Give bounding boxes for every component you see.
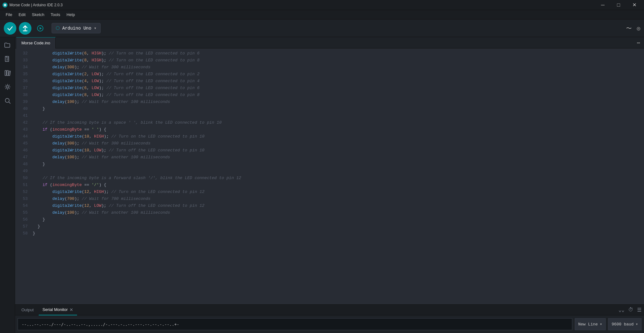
code-line: 56 } bbox=[15, 216, 644, 223]
panel-tab-serial-monitor[interactable]: Serial Monitor ✕ bbox=[39, 305, 77, 315]
tab-bar: Morse Code.ino ⋯ bbox=[15, 37, 644, 48]
code-line: 36 digitalWrite(4, LOW); // Turn off the… bbox=[15, 77, 644, 84]
activity-bar bbox=[0, 37, 15, 333]
panel-right-icons: ⌄⌄ ⏱ ☰ bbox=[619, 307, 641, 313]
code-line: 46 digitalWrite(10, LOW); // Turn off th… bbox=[15, 147, 644, 154]
svg-point-11 bbox=[6, 86, 8, 88]
close-button[interactable]: ✕ bbox=[627, 0, 641, 10]
panel-clock-icon[interactable]: ⏱ bbox=[628, 307, 633, 313]
maximize-button[interactable]: □ bbox=[611, 0, 626, 10]
serial-monitor-close-button[interactable]: ✕ bbox=[69, 307, 73, 312]
code-editor[interactable]: 32 digitalWrite(6, HIGH); // Turn on the… bbox=[15, 48, 644, 304]
code-line: 54 digitalWrite(12, LOW); // Turn off th… bbox=[15, 202, 644, 209]
code-line: 49 bbox=[15, 167, 644, 174]
serial-input[interactable] bbox=[18, 318, 572, 330]
tab-more-button[interactable]: ⋯ bbox=[634, 39, 643, 46]
code-line: 57 } bbox=[15, 223, 644, 230]
panel-tab-output[interactable]: Output bbox=[18, 305, 37, 315]
tab-morse-code[interactable]: Morse Code.ino bbox=[16, 37, 56, 48]
menu-tools[interactable]: Tools bbox=[47, 11, 63, 18]
code-line: 45 delay(300); // Wait for 300 milliseco… bbox=[15, 140, 644, 147]
code-line: 35 digitalWrite(2, LOW); // Turn off the… bbox=[15, 71, 644, 77]
panel-collapse-icon[interactable]: ⌄⌄ bbox=[619, 307, 625, 313]
svg-rect-10 bbox=[8, 71, 10, 76]
code-line: 33 digitalWrite(8, HIGH); // Turn on the… bbox=[15, 57, 644, 64]
code-line: 42 // If the incoming byte is a space ' … bbox=[15, 119, 644, 126]
menu-edit[interactable]: Edit bbox=[15, 11, 29, 18]
editor-area: Morse Code.ino ⋯ 32 digitalWrite(6, HIGH… bbox=[15, 37, 644, 333]
code-line: 58 } bbox=[15, 230, 644, 237]
code-line: 39 delay(100); // Wait for another 100 m… bbox=[15, 98, 644, 105]
menu-bar: File Edit Sketch Tools Help bbox=[0, 10, 644, 20]
minimize-button[interactable]: ─ bbox=[596, 0, 610, 10]
panel-tabs: Output Serial Monitor ✕ ⌄⌄ ⏱ ☰ bbox=[15, 305, 644, 315]
check-icon bbox=[7, 25, 13, 31]
app-title: Morse Code | Arduino IDE 2.0.3 bbox=[9, 3, 63, 7]
toolbar-right: 〜 ◎ bbox=[626, 25, 640, 32]
code-line: 50 // If the incoming byte is a forward … bbox=[15, 174, 644, 181]
new-line-dropdown[interactable]: New Line ▾ bbox=[575, 318, 606, 330]
serial-plotter-icon[interactable]: 〜 bbox=[626, 25, 632, 32]
sidebar-item-library[interactable] bbox=[2, 67, 13, 79]
verify-button[interactable] bbox=[4, 22, 16, 35]
debug-run-icon bbox=[37, 25, 43, 31]
sidebar-item-debug[interactable] bbox=[2, 81, 13, 93]
svg-rect-8 bbox=[5, 71, 6, 76]
code-line: 38 digitalWrite(8, LOW); // Turn off the… bbox=[15, 91, 644, 98]
board-name: Arduino Uno bbox=[62, 26, 91, 31]
code-line: 51 if (incomingByte == '/') { bbox=[15, 181, 644, 188]
panel-content: New Line ▾ 9600 baud ▾ bbox=[15, 315, 644, 333]
panel-menu-icon[interactable]: ☰ bbox=[637, 307, 641, 313]
code-line: 52 digitalWrite(12, HIGH); // Turn on th… bbox=[15, 188, 644, 195]
svg-rect-9 bbox=[7, 71, 8, 76]
board-dropdown-arrow: ▾ bbox=[94, 25, 96, 31]
code-line: 43 if (incomingByte == ' ') { bbox=[15, 126, 644, 133]
code-lines: 32 digitalWrite(6, HIGH); // Turn on the… bbox=[15, 48, 644, 238]
code-line: 48 } bbox=[15, 161, 644, 167]
window-controls: ─ □ ✕ bbox=[596, 0, 641, 10]
app-icon bbox=[3, 3, 8, 8]
svg-point-12 bbox=[5, 99, 9, 103]
svg-marker-4 bbox=[40, 27, 42, 30]
menu-help[interactable]: Help bbox=[63, 11, 78, 18]
serial-monitor-icon[interactable]: ◎ bbox=[637, 25, 640, 32]
svg-line-13 bbox=[9, 102, 10, 104]
code-line: 32 digitalWrite(6, HIGH); // Turn on the… bbox=[15, 50, 644, 57]
menu-sketch[interactable]: Sketch bbox=[29, 11, 47, 18]
sidebar-item-files[interactable] bbox=[2, 54, 13, 65]
baud-dropdown-arrow: ▾ bbox=[636, 322, 638, 327]
main-content: Morse Code.ino ⋯ 32 digitalWrite(6, HIGH… bbox=[0, 37, 644, 333]
title-bar: Morse Code | Arduino IDE 2.0.3 ─ □ ✕ bbox=[0, 0, 644, 10]
code-line: 34 delay(300); // Wait for 300 milliseco… bbox=[15, 64, 644, 71]
code-line: 40 } bbox=[15, 105, 644, 112]
menu-file[interactable]: File bbox=[3, 11, 15, 18]
new-line-dropdown-arrow: ▾ bbox=[600, 322, 602, 327]
svg-point-0 bbox=[4, 4, 6, 6]
debug-button[interactable] bbox=[34, 22, 47, 35]
code-line: 41 bbox=[15, 112, 644, 119]
sidebar-item-folder[interactable] bbox=[2, 40, 13, 51]
code-line: 55 delay(100); // Wait for another 100 m… bbox=[15, 209, 644, 216]
code-line: 47 delay(100); // Wait for another 100 m… bbox=[15, 154, 644, 161]
upload-button[interactable] bbox=[19, 22, 31, 35]
usb-icon: ⬡ bbox=[56, 25, 60, 31]
toolbar: ⬡ Arduino Uno ▾ 〜 ◎ bbox=[0, 20, 644, 37]
sidebar-item-search[interactable] bbox=[2, 95, 13, 106]
tab-filename: Morse Code.ino bbox=[21, 41, 50, 45]
baud-rate-dropdown[interactable]: 9600 baud ▾ bbox=[608, 318, 641, 330]
code-line: 53 delay(700); // Wait for 700 milliseco… bbox=[15, 195, 644, 202]
code-line: 44 digitalWrite(10, HIGH); // Turn on th… bbox=[15, 133, 644, 140]
board-selector[interactable]: ⬡ Arduino Uno ▾ bbox=[52, 23, 101, 33]
upload-icon bbox=[22, 25, 28, 31]
bottom-panel: Output Serial Monitor ✕ ⌄⌄ ⏱ ☰ New Line … bbox=[15, 304, 644, 333]
code-line: 37 digitalWrite(6, LOW); // Turn off the… bbox=[15, 84, 644, 91]
